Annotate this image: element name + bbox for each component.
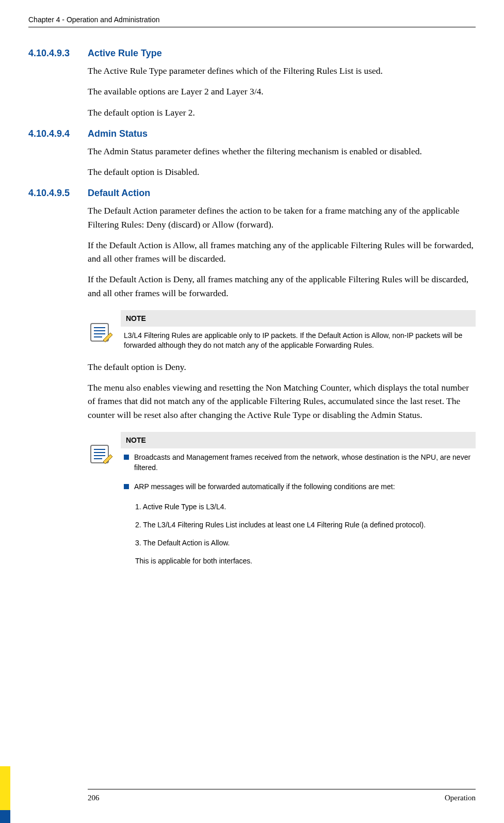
footer-label: Operation	[445, 794, 476, 802]
page-footer: 206 Operation	[28, 789, 476, 802]
section-number: 4.10.4.9.3	[28, 48, 88, 59]
note-bullet-text: ARP messages will be forwarded automatic…	[134, 482, 395, 492]
note-body: L3/L4 Filtering Rules are applicable onl…	[121, 327, 476, 351]
note-bullet: ARP messages will be forwarded automatic…	[124, 482, 473, 492]
note-heading: NOTE	[121, 310, 476, 327]
section-heading-default-action: 4.10.4.9.5 Default Action	[28, 188, 476, 199]
note-bullet-text: Broadcasts and Management frames receive…	[134, 453, 473, 473]
note-sublist-item: 1. Active Rule Type is L3/L4.	[135, 502, 473, 512]
paragraph: If the Default Action is Allow, all fram…	[88, 238, 476, 266]
section-heading-active-rule-type: 4.10.4.9.3 Active Rule Type	[28, 48, 476, 59]
side-tab-yellow	[0, 766, 10, 810]
page-number: 206	[88, 794, 100, 802]
paragraph: The menu also enables viewing and resett…	[88, 381, 476, 422]
note-block: NOTE Broadcasts and Management frames re…	[88, 432, 476, 574]
note-sublist-item: 3. The Default Action is Allow.	[135, 538, 473, 548]
note-heading: NOTE	[121, 432, 476, 448]
bullet-square-icon	[124, 455, 129, 460]
side-tab	[0, 766, 10, 823]
paragraph: The default option is Layer 2.	[88, 106, 476, 119]
chapter-header: Chapter 4 - Operation and Administration	[28, 15, 476, 27]
section-title: Default Action	[88, 188, 150, 199]
paragraph: The default option is Deny.	[88, 360, 476, 374]
note-icon	[88, 319, 113, 345]
paragraph: The Active Rule Type parameter defines w…	[88, 64, 476, 77]
section-title: Active Rule Type	[88, 48, 162, 59]
paragraph: If the Default Action is Deny, all frame…	[88, 272, 476, 300]
paragraph: The Admin Status parameter defines wheth…	[88, 144, 476, 158]
note-block: NOTE L3/L4 Filtering Rules are applicabl…	[88, 310, 476, 351]
section-title: Admin Status	[88, 128, 148, 139]
paragraph: The Default Action parameter defines the…	[88, 204, 476, 231]
section-number: 4.10.4.9.4	[28, 128, 88, 139]
note-bullet: Broadcasts and Management frames receive…	[124, 453, 473, 473]
note-sublist-item: 2. The L3/L4 Filtering Rules List includ…	[135, 520, 473, 530]
note-sublist-item: This is applicable for both interfaces.	[135, 556, 473, 567]
note-sublist: 1. Active Rule Type is L3/L4. 2. The L3/…	[135, 502, 473, 567]
paragraph: The default option is Disabled.	[88, 165, 476, 179]
note-icon	[88, 441, 113, 467]
bullet-square-icon	[124, 484, 129, 489]
section-number: 4.10.4.9.5	[28, 188, 88, 199]
section-heading-admin-status: 4.10.4.9.4 Admin Status	[28, 128, 476, 139]
side-tab-blue	[0, 810, 10, 823]
paragraph: The available options are Layer 2 and La…	[88, 85, 476, 98]
